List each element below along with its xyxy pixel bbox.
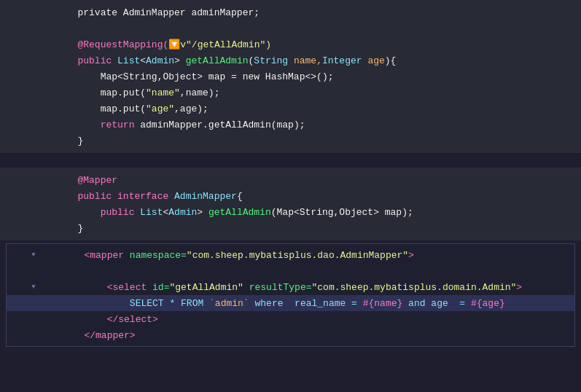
code-section-mid: @Mapper public interface AdminMapper{ pu…: [0, 168, 581, 240]
code-line: }: [0, 133, 581, 149]
code-section-xml: ▼ <mapper namespace="com.sheep.mybatispl…: [6, 243, 575, 347]
editor-container: private AdminMapper adminMapper; @Reques…: [0, 0, 581, 392]
code-line: private AdminMapper adminMapper;: [0, 4, 581, 20]
code-section-top: private AdminMapper adminMapper; @Reques…: [0, 0, 581, 153]
xml-mapper-open: ▼ <mapper namespace="com.sheep.mybatispl…: [7, 247, 574, 263]
code-line: }: [0, 220, 581, 236]
xml-mapper-close: </mapper>: [7, 327, 574, 343]
